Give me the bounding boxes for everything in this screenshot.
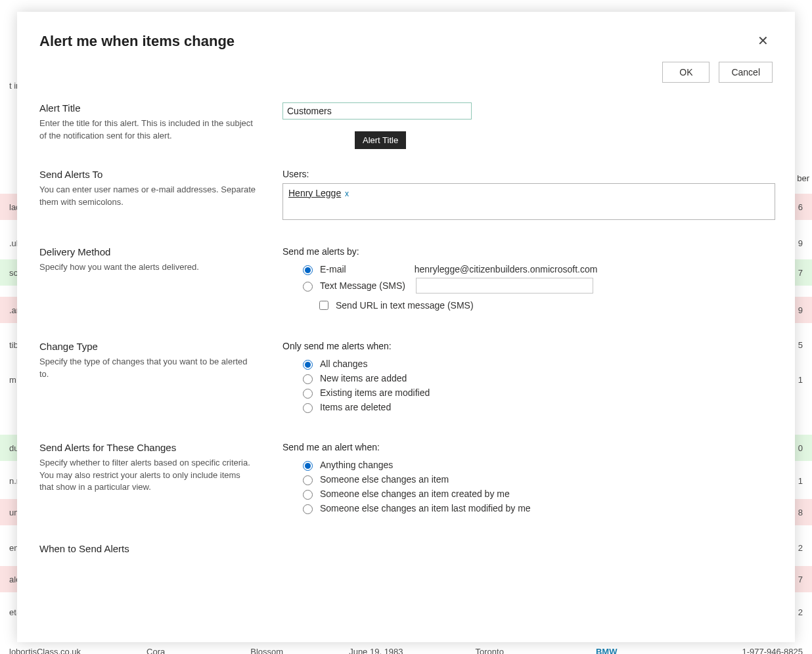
section-send-to: Send Alerts To You can enter user names … <box>39 162 775 240</box>
alert-dialog: Alert me when items change ✕ OK Cancel A… <box>17 12 795 642</box>
close-icon[interactable]: ✕ <box>754 33 773 49</box>
sms-radio[interactable] <box>303 282 313 292</box>
ct-del-radio[interactable] <box>303 403 313 413</box>
cancel-button[interactable]: Cancel <box>719 62 773 83</box>
send-to-heading: Send Alerts To <box>39 169 256 180</box>
dialog-scroll-area[interactable]: OK Cancel Alert Title Enter the title fo… <box>39 59 788 630</box>
ct-new-label: New items are added <box>320 373 407 383</box>
delivery-label: Send me alerts by: <box>282 246 775 257</box>
dialog-title: Alert me when items change <box>39 33 235 50</box>
ct-mod-label: Existing items are modified <box>320 387 430 398</box>
email-option-label: E-mail <box>320 264 346 274</box>
criteria-desc: Specify whether to filter alerts based o… <box>39 457 256 494</box>
users-label: Users: <box>282 169 775 179</box>
cr-else-radio[interactable] <box>303 475 313 485</box>
user-chip-name[interactable]: Henry Legge <box>288 188 341 198</box>
remove-user-icon[interactable]: x <box>344 189 349 198</box>
users-input[interactable]: Henry Legge x <box>282 183 775 220</box>
change-type-heading: Change Type <box>39 341 256 352</box>
alert-title-tooltip: Alert Title <box>355 131 406 149</box>
section-delivery: Delivery Method Specify how you want the… <box>39 240 775 334</box>
delivery-heading: Delivery Method <box>39 246 256 257</box>
section-when: When to Send Alerts <box>39 536 775 611</box>
send-to-desc: You can enter user names or e-mail addre… <box>39 184 256 209</box>
criteria-heading: Send Alerts for These Changes <box>39 442 256 453</box>
change-type-label: Only send me alerts when: <box>282 341 775 351</box>
when-heading: When to Send Alerts <box>39 543 256 554</box>
ct-all-label: All changes <box>320 359 367 369</box>
ct-all-radio[interactable] <box>303 360 313 370</box>
send-url-label: Send URL in text message (SMS) <box>336 300 474 311</box>
ct-new-radio[interactable] <box>303 374 313 384</box>
ct-del-label: Items are deleted <box>320 402 391 412</box>
change-type-desc: Specify the type of changes that you wan… <box>39 356 256 381</box>
email-radio[interactable] <box>303 265 313 275</box>
email-address: henrylegge@citizenbuilders.onmicrosoft.c… <box>415 264 598 274</box>
section-change-type: Change Type Specify the type of changes … <box>39 334 775 435</box>
cr-any-label: Anything changes <box>320 460 393 470</box>
dialog-actions: OK Cancel <box>39 59 775 96</box>
cr-else-label: Someone else changes an item <box>320 474 449 485</box>
cr-else-created-radio[interactable] <box>303 490 313 500</box>
delivery-desc: Specify how you want the alerts delivere… <box>39 261 256 274</box>
alert-title-input[interactable] <box>282 102 472 120</box>
cr-else-modified-radio[interactable] <box>303 504 313 514</box>
ok-button[interactable]: OK <box>662 62 710 83</box>
cr-any-radio[interactable] <box>303 461 313 471</box>
section-criteria: Send Alerts for These Changes Specify wh… <box>39 435 775 536</box>
section-alert-title: Alert Title Enter the title for this ale… <box>39 96 775 162</box>
send-url-checkbox[interactable] <box>319 301 328 310</box>
sms-number-input[interactable] <box>416 278 593 294</box>
alert-title-heading: Alert Title <box>39 102 256 114</box>
cr-else-modified-label: Someone else changes an item last modifi… <box>320 503 531 513</box>
bg-header-frag: ber <box>797 173 809 183</box>
cr-else-created-label: Someone else changes an item created by … <box>320 489 510 499</box>
ct-mod-radio[interactable] <box>303 389 313 399</box>
sms-option-label: Text Message (SMS) <box>320 280 405 291</box>
criteria-label: Send me an alert when: <box>282 442 775 452</box>
alert-title-desc: Enter the title for this alert. This is … <box>39 118 256 142</box>
